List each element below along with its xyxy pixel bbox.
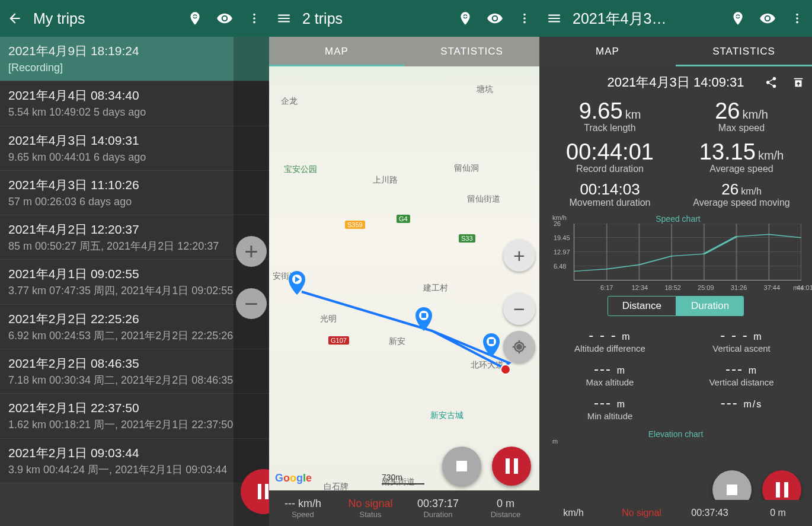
y-tick: 12.97 [554,248,570,256]
share-button[interactable] [765,76,778,89]
trip-name: 2021年4月9日 18:19:24 [8,43,261,59]
add-marker-button[interactable] [723,0,753,37]
back-button[interactable] [0,0,30,37]
x-tick: 37:44 [764,284,781,291]
trip-name: 2021年4月4日 08:34:40 [8,87,261,104]
header: 2021年4月3… [539,0,812,37]
visibility-button[interactable] [480,0,510,37]
trip-item[interactable]: 2021年2月1日 09:03:443.9 km 00:44:24 周一, 20… [0,439,269,483]
x-tick: 25:09 [698,284,714,291]
end-marker-icon [481,333,501,359]
menu-button[interactable] [539,0,569,37]
menu-button[interactable] [269,0,299,37]
y-tick: 26 [554,220,561,227]
trip-meta: 9.65 km 00:44:01 6 days ago [8,150,261,164]
tab-map[interactable]: MAP [269,37,404,66]
add-marker-button[interactable] [180,0,210,37]
stop-fab[interactable] [442,447,481,486]
elevation-chart-title: Elevation chart [544,429,807,439]
add-marker-button[interactable] [450,0,480,37]
trip-date: 2021年4月3日 14:09:31 [607,74,744,91]
stat-avg-speed-moving: 26km/hAverage speed moving [676,180,807,208]
stat-vert-dist: --- mVertical distance [676,361,807,387]
trip-list[interactable]: 2021年4月9日 18:19:24[Recording]2021年4月4日 0… [0,37,269,483]
trip-item[interactable]: 2021年4月4日 08:34:405.54 km 10:49:02 5 day… [0,81,269,126]
trip-meta: 5.54 km 10:49:02 5 days ago [8,105,261,119]
overflow-menu-button[interactable] [510,0,539,37]
road-badge: S33 [459,234,475,243]
overflow-menu-button[interactable] [782,0,812,37]
header: My trips [0,0,269,37]
map-label: 宝安公园 [284,164,317,175]
trip-name: 2021年2月1日 22:37:50 [8,400,261,416]
overflow-menu-button[interactable] [239,0,269,37]
trip-item[interactable]: 2021年4月9日 18:19:24[Recording] [0,37,269,81]
stats-body[interactable]: 2021年4月3日 14:09:31 9.65kmTrack length 26… [539,66,812,526]
stat-alt-diff: - - - mAltitude difference [544,327,676,353]
scale-bar: 730m [382,473,424,484]
road-badge: G4 [397,215,410,223]
x-tick: 12:34 [632,284,648,291]
trip-name: 2021年2月2日 22:25:26 [8,311,261,327]
stat-track-length: 9.65kmTrack length [544,98,676,133]
trip-item[interactable]: 2021年2月2日 08:46:357.18 km 00:30:34 周二, 2… [0,349,269,394]
trip-item[interactable]: 2021年4月3日 14:09:319.65 km 00:44:01 6 day… [0,126,269,171]
svg-point-7 [523,21,526,24]
stat-min-alt: --- mMin altitude [544,394,676,421]
svg-point-5 [523,14,526,16]
visibility-button[interactable] [753,0,782,37]
locate-button[interactable] [503,331,535,363]
map-view[interactable]: 企龙 塘坑 宝安公园 上川路 留仙洞 留仙街道 安街道 建工村 光明 新安 新安… [269,37,539,526]
stat-vert-speed: --- m/s [676,394,807,421]
start-marker-icon [287,271,307,297]
tab-statistics[interactable]: STATISTICS [676,37,812,66]
trip-meta: 57 m 00:26:03 6 days ago [8,195,261,209]
trip-item[interactable]: 2021年4月2日 12:20:3785 m 00:50:27 周五, 2021… [0,215,269,260]
waypoint-marker-icon [414,307,434,333]
zoom-in-button[interactable]: + [236,236,267,267]
svg-point-17 [796,21,798,24]
svg-point-2 [253,17,255,20]
trip-item[interactable]: 2021年2月1日 22:37:501.62 km 00:18:21 周一, 2… [0,394,269,438]
zoom-out-button[interactable]: − [503,293,535,325]
toggle-duration[interactable]: Duration [676,296,744,316]
speed-chart: Speed chart km/h m:s 6.4812.9719.4526 6:… [552,214,804,291]
fab-row [442,447,531,486]
chart-title: Speed chart [552,214,804,224]
tab-bar: MAP STATISTICS [269,37,539,66]
tab-statistics[interactable]: STATISTICS [404,37,539,66]
status-bar: --- km/hSpeed No signalStatus 00:37:17Du… [269,490,539,526]
trip-meta: 3.77 km 07:47:35 周四, 2021年4月1日 09:02:55 [8,283,261,298]
tab-map[interactable]: MAP [539,37,676,66]
zoom-in-button[interactable]: + [503,240,535,272]
y-tick: 19.45 [554,234,570,241]
overlay-shadow: + − [234,37,269,526]
map-label: 留仙洞 [454,163,479,174]
x-tick: 44:01 [797,284,812,291]
road-badge: S359 [345,221,365,229]
visibility-button[interactable] [210,0,239,37]
map-label: 留仙街道 [467,194,500,205]
map-label: 上川路 [373,175,398,186]
trip-name: 2021年2月2日 08:46:35 [8,355,261,372]
svg-point-1 [253,14,255,16]
status-signal: No signal [608,500,676,526]
status-duration: 00:37:17Duration [404,490,472,526]
trip-item[interactable]: 2021年2月2日 22:25:266.92 km 00:24:53 周二, 2… [0,305,269,349]
trip-meta: 3.9 km 00:44:24 周一, 2021年2月1日 09:03:44 [8,463,261,477]
zoom-out-button[interactable]: − [236,288,267,319]
page-title: 2 trips [299,10,450,27]
status-bar: km/h No signal 00:37:43 0 m [539,500,812,526]
toggle-distance[interactable]: Distance [608,296,676,316]
pause-fab[interactable] [492,447,531,486]
map-label: 新安古城 [430,410,463,421]
stat-grid: 9.65kmTrack length 26km/hMax speed 00:44… [544,98,807,208]
svg-rect-13 [489,339,494,344]
trip-item[interactable]: 2021年4月3日 11:10:2657 m 00:26:03 6 days a… [0,171,269,215]
y-tick: 6.48 [554,263,566,270]
trip-item[interactable]: 2021年4月1日 09:02:553.77 km 07:47:35 周四, 2… [0,260,269,304]
map-label: 企龙 [281,96,298,107]
archive-button[interactable] [792,76,805,89]
trip-meta: 1.62 km 00:18:21 周一, 2021年2月1日 22:37:50 [8,417,261,432]
svg-point-3 [253,21,255,24]
